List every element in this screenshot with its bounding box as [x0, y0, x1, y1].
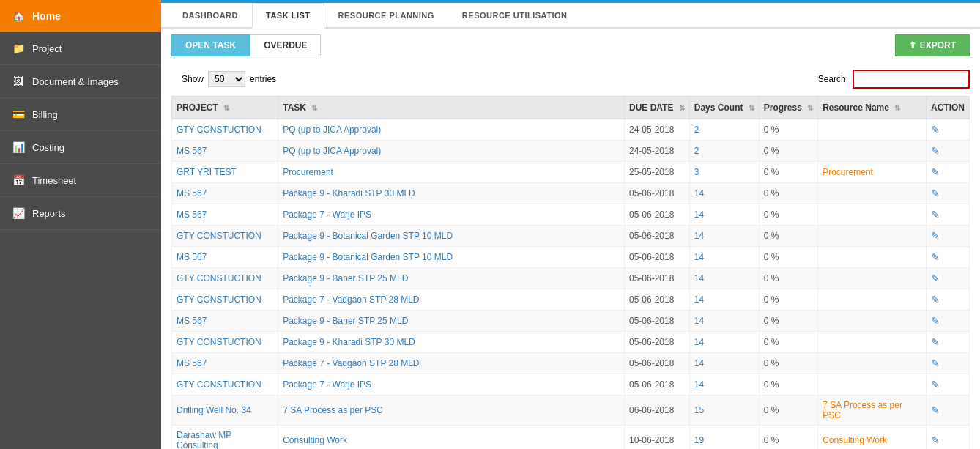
- cell-task[interactable]: 7 SA Process as per PSC: [278, 396, 625, 426]
- cell-task[interactable]: PQ (up to JICA Approval): [278, 141, 625, 162]
- export-icon: ⬆: [909, 40, 916, 51]
- tab-task-list[interactable]: TASK LIST: [252, 3, 324, 29]
- cell-action: ✎: [926, 353, 969, 374]
- col-project[interactable]: PROJECT ⇅: [172, 97, 278, 119]
- cell-task[interactable]: Package 7 - Warje IPS: [278, 204, 625, 226]
- tab-bar: DASHBOARD TASK LIST RESOURCE PLANNING RE…: [161, 3, 980, 29]
- edit-button[interactable]: ✎: [931, 315, 940, 327]
- cell-due-date: 05-06-2018: [624, 289, 689, 311]
- sort-icon-task: ⇅: [311, 104, 317, 112]
- sidebar-item-costing[interactable]: 📊 Costing: [0, 131, 161, 164]
- cell-resource-name: [818, 311, 927, 332]
- cell-days-count: 14: [689, 226, 759, 247]
- sort-icon-due-date: ⇅: [679, 104, 685, 112]
- cell-project[interactable]: MS 567: [172, 141, 278, 162]
- cell-due-date: 05-06-2018: [624, 204, 689, 226]
- task-filter-buttons: OPEN TASK OVERDUE: [171, 34, 321, 56]
- entries-select[interactable]: 50 10 25 100: [208, 71, 245, 87]
- cell-task[interactable]: Package 9 - Kharadi STP 30 MLD: [278, 332, 625, 353]
- sidebar-item-document[interactable]: 🖼 Document & Images: [0, 65, 161, 98]
- cell-task[interactable]: Package 9 - Botanical Garden STP 10 MLD: [278, 226, 625, 247]
- sidebar-item-home[interactable]: 🏠 Home: [0, 0, 161, 32]
- edit-button[interactable]: ✎: [931, 434, 940, 446]
- cell-project[interactable]: MS 567: [172, 204, 278, 226]
- export-button[interactable]: ⬆ EXPORT: [895, 34, 970, 56]
- cell-task[interactable]: Package 7 - Warje IPS: [278, 374, 625, 396]
- main-content: DASHBOARD TASK LIST RESOURCE PLANNING RE…: [161, 0, 980, 449]
- col-action: ACTION: [926, 97, 969, 119]
- cell-action: ✎: [926, 183, 969, 204]
- cell-project[interactable]: MS 567: [172, 311, 278, 332]
- tab-resource-utilisation[interactable]: RESOURCE UTILISATION: [448, 3, 582, 27]
- cell-project[interactable]: MS 567: [172, 353, 278, 374]
- overdue-button[interactable]: OVERDUE: [250, 34, 321, 56]
- col-resource-name[interactable]: Resource Name ⇅: [818, 97, 927, 119]
- edit-button[interactable]: ✎: [931, 357, 940, 369]
- edit-button[interactable]: ✎: [931, 272, 940, 284]
- cell-task[interactable]: Package 9 - Kharadi STP 30 MLD: [278, 183, 625, 204]
- edit-button[interactable]: ✎: [931, 145, 940, 157]
- edit-button[interactable]: ✎: [931, 124, 940, 136]
- task-table-wrapper: PROJECT ⇅ TASK ⇅ DUE DATE ⇅ Days Count ⇅: [161, 96, 980, 449]
- cell-project[interactable]: GTY CONSTUCTION: [172, 374, 278, 396]
- edit-button[interactable]: ✎: [931, 166, 940, 178]
- cell-task[interactable]: Package 7 - Vadgaon STP 28 MLD: [278, 353, 625, 374]
- cell-task[interactable]: Package 7 - Vadgaon STP 28 MLD: [278, 289, 625, 311]
- cell-progress: 0 %: [759, 426, 817, 450]
- sidebar-item-project[interactable]: 📁 Project: [0, 32, 161, 65]
- tab-dashboard[interactable]: DASHBOARD: [168, 3, 252, 27]
- cell-due-date: 25-05-2018: [624, 162, 689, 183]
- cell-due-date: 10-06-2018: [624, 426, 689, 450]
- cell-task[interactable]: PQ (up to JICA Approval): [278, 119, 625, 141]
- table-row: GTY CONSTUCTIONPackage 9 - Botanical Gar…: [172, 226, 970, 247]
- sidebar-item-label: Project: [32, 43, 62, 54]
- cell-action: ✎: [926, 268, 969, 289]
- sidebar-item-reports[interactable]: 📈 Reports: [0, 197, 161, 230]
- cell-progress: 0 %: [759, 268, 817, 289]
- sidebar-item-timesheet[interactable]: 📅 Timesheet: [0, 164, 161, 197]
- cell-task[interactable]: Package 9 - Baner STP 25 MLD: [278, 268, 625, 289]
- cell-task[interactable]: Consulting Work: [278, 426, 625, 450]
- col-due-date[interactable]: DUE DATE ⇅: [624, 97, 689, 119]
- cell-project[interactable]: GTY CONSTUCTION: [172, 119, 278, 141]
- cell-project[interactable]: GTY CONSTUCTION: [172, 268, 278, 289]
- col-progress[interactable]: Progress ⇅: [759, 97, 817, 119]
- cell-project[interactable]: Darashaw MP Consulting: [172, 426, 278, 450]
- cell-project[interactable]: MS 567: [172, 183, 278, 204]
- tab-resource-planning[interactable]: RESOURCE PLANNING: [324, 3, 448, 27]
- edit-button[interactable]: ✎: [931, 379, 940, 390]
- cell-project[interactable]: GTY CONSTUCTION: [172, 332, 278, 353]
- table-row: MS 567Package 7 - Vadgaon STP 28 MLD05-0…: [172, 353, 970, 374]
- cell-due-date: 05-06-2018: [624, 311, 689, 332]
- table-row: MS 567Package 9 - Kharadi STP 30 MLD05-0…: [172, 183, 970, 204]
- cell-progress: 0 %: [759, 289, 817, 311]
- cell-project[interactable]: MS 567: [172, 247, 278, 268]
- cell-due-date: 05-06-2018: [624, 353, 689, 374]
- sidebar-item-label: Billing: [32, 109, 58, 120]
- edit-button[interactable]: ✎: [931, 294, 940, 305]
- sidebar-item-billing[interactable]: 💳 Billing: [0, 98, 161, 131]
- sidebar-item-label: Document & Images: [32, 76, 119, 87]
- reports-icon: 📈: [12, 207, 25, 219]
- edit-button[interactable]: ✎: [931, 209, 940, 220]
- cell-resource-name: Consulting Work: [818, 426, 927, 450]
- search-input[interactable]: [853, 70, 970, 89]
- cell-project[interactable]: GRT YRI TEST: [172, 162, 278, 183]
- cell-project[interactable]: Drilling Well No. 34: [172, 396, 278, 426]
- cell-task[interactable]: Procurement: [278, 162, 625, 183]
- cell-days-count: 14: [689, 204, 759, 226]
- col-days-count[interactable]: Days Count ⇅: [689, 97, 759, 119]
- cell-project[interactable]: GTY CONSTUCTION: [172, 289, 278, 311]
- open-task-button[interactable]: OPEN TASK: [171, 34, 250, 56]
- cell-task[interactable]: Package 9 - Baner STP 25 MLD: [278, 311, 625, 332]
- cell-project[interactable]: GTY CONSTUCTION: [172, 226, 278, 247]
- edit-button[interactable]: ✎: [931, 251, 940, 263]
- edit-button[interactable]: ✎: [931, 188, 940, 199]
- edit-button[interactable]: ✎: [931, 404, 940, 416]
- edit-button[interactable]: ✎: [931, 336, 940, 348]
- home-icon: 🏠: [12, 10, 25, 22]
- edit-button[interactable]: ✎: [931, 230, 940, 242]
- cell-task[interactable]: Package 9 - Botanical Garden STP 10 MLD: [278, 247, 625, 268]
- col-task[interactable]: TASK ⇅: [278, 97, 625, 119]
- table-row: GTY CONSTUCTIONPQ (up to JICA Approval)2…: [172, 119, 970, 141]
